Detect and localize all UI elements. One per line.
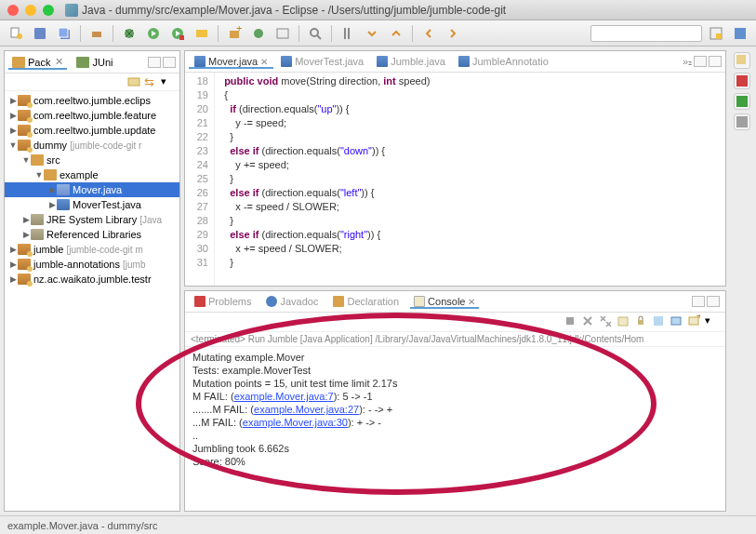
editor-tab-jumble[interactable]: Jumble.java — [371, 54, 451, 69]
java-perspective-button[interactable] — [730, 24, 750, 43]
save-button[interactable] — [30, 24, 50, 43]
junit-icon — [76, 57, 89, 68]
tree-item-movertest-java[interactable]: ▶MoverTest.java — [5, 197, 179, 212]
tab-problems[interactable]: Problems — [191, 294, 255, 309]
maximize-editor-button[interactable] — [709, 56, 722, 67]
tab-label: Javadoc — [280, 296, 318, 307]
scroll-lock-button[interactable] — [634, 314, 649, 329]
coverage-button[interactable] — [192, 24, 212, 43]
tree-item-project[interactable]: ▶com.reeltwo.jumble.eclips — [5, 93, 179, 108]
close-icon[interactable]: ✕ — [260, 57, 268, 67]
tab-package-explorer[interactable]: Pack✕ — [8, 54, 67, 70]
tab-label: Declaration — [347, 296, 399, 307]
new-button[interactable] — [6, 24, 26, 43]
run-button[interactable] — [143, 24, 164, 43]
prev-annotation-button[interactable] — [386, 24, 406, 43]
trim-button[interactable] — [734, 93, 750, 110]
tab-declaration[interactable]: Declaration — [329, 294, 403, 309]
tree-item-src[interactable]: ▼src — [5, 153, 179, 167]
svg-rect-5 — [92, 32, 101, 37]
editor-tab-movertest[interactable]: MoverTest.java — [275, 54, 369, 69]
source-link[interactable]: example.Mover.java:27 — [254, 404, 359, 415]
package-tree[interactable]: ▶com.reeltwo.jumble.eclips ▶com.reeltwo.… — [5, 91, 179, 511]
new-class-button[interactable] — [248, 24, 269, 43]
tab-label: Console — [428, 296, 465, 307]
tree-item-project[interactable]: ▶com.reeltwo.jumble.update — [5, 123, 179, 138]
tab-console[interactable]: Console✕ — [410, 294, 479, 309]
source-link[interactable]: example.Mover.java:7 — [234, 391, 334, 402]
svg-rect-20 — [716, 33, 722, 39]
minimize-editor-button[interactable] — [694, 56, 707, 67]
svg-rect-18 — [348, 28, 350, 39]
link-editor-button[interactable]: ⇆ — [144, 75, 157, 88]
trim-button[interactable] — [734, 113, 750, 130]
pin-console-button[interactable] — [652, 314, 667, 329]
code-editor[interactable]: 1819202122232425262728293031 public void… — [185, 73, 725, 286]
toggle-mark-button[interactable] — [338, 24, 358, 43]
svg-rect-22 — [128, 78, 139, 86]
svg-rect-26 — [638, 320, 643, 325]
svg-rect-17 — [344, 28, 346, 39]
clear-console-button[interactable] — [617, 314, 631, 329]
tree-item-project-dummy[interactable]: ▼dummy [jumble-code-git r — [5, 138, 179, 153]
tree-item-project[interactable]: ▶com.reeltwo.jumble.feature — [5, 108, 179, 123]
zoom-icon[interactable] — [43, 5, 54, 16]
remove-launch-button[interactable] — [581, 314, 596, 329]
view-menu-button[interactable]: ▾ — [161, 75, 174, 88]
main-toolbar: + — [0, 20, 756, 47]
java-file-icon — [458, 56, 470, 67]
console-output[interactable]: Mutating example.MoverTests: example.Mov… — [185, 347, 725, 511]
code-content[interactable]: public void move(String direction, int s… — [215, 73, 725, 286]
more-tabs-button[interactable]: »₂ — [683, 56, 692, 68]
terminate-button[interactable] — [564, 314, 578, 329]
tree-item-jre[interactable]: ▶JRE System Library [Java — [5, 212, 179, 227]
tree-item-package-example[interactable]: ▼example — [5, 167, 179, 182]
close-icon[interactable]: ✕ — [55, 56, 63, 68]
new-package-button[interactable]: + — [224, 24, 245, 43]
quick-access-input[interactable] — [590, 25, 702, 42]
debug-button[interactable] — [119, 24, 139, 43]
minimize-icon[interactable] — [25, 5, 36, 16]
tab-label: JumbleAnnotatio — [472, 56, 549, 67]
open-perspective-button[interactable] — [706, 24, 726, 43]
minimize-view-button[interactable] — [148, 57, 161, 68]
window-title: Java - dummy/src/example/Mover.java - Ec… — [82, 4, 506, 17]
package-explorer-view: Pack✕ JUni ⇆ ▾ ▶com.reeltwo.jumble.eclip… — [4, 50, 180, 512]
console-menu-button[interactable]: ▾ — [705, 314, 720, 329]
forward-button[interactable] — [443, 24, 463, 43]
maximize-view-button[interactable] — [707, 296, 720, 307]
problems-icon — [194, 296, 206, 307]
minimize-view-button[interactable] — [692, 296, 705, 307]
editor-tab-jumbleannotation[interactable]: JumbleAnnotatio — [453, 54, 554, 69]
build-button[interactable] — [86, 24, 107, 43]
open-console-button[interactable]: + — [687, 314, 702, 329]
remove-all-button[interactable] — [599, 314, 614, 329]
display-console-button[interactable] — [670, 314, 684, 329]
editor-tab-mover[interactable]: Mover.java✕ — [189, 54, 273, 69]
tree-item-ref-libs[interactable]: ▶Referenced Libraries — [5, 227, 179, 242]
open-type-button[interactable] — [272, 24, 293, 43]
run-last-button[interactable] — [167, 24, 188, 43]
tree-item-project[interactable]: ▶jumble [jumble-code-git m — [5, 242, 179, 257]
next-annotation-button[interactable] — [362, 24, 382, 43]
search-button[interactable] — [305, 24, 325, 43]
collapse-all-button[interactable] — [127, 75, 140, 88]
statusbar: example.Mover.java - dummy/src — [0, 515, 756, 534]
tab-junit[interactable]: JUni — [73, 55, 116, 70]
save-all-button[interactable] — [54, 24, 74, 43]
right-trim-bar — [730, 50, 754, 130]
back-button[interactable] — [418, 24, 439, 43]
tab-javadoc[interactable]: Javadoc — [262, 294, 322, 309]
maximize-view-button[interactable] — [163, 57, 176, 68]
close-icon[interactable]: ✕ — [468, 297, 475, 307]
tree-item-project[interactable]: ▶jumble-annotations [jumb — [5, 257, 179, 272]
trim-button[interactable] — [734, 73, 750, 89]
close-icon[interactable] — [7, 5, 19, 16]
source-link[interactable]: example.Mover.java:30 — [243, 417, 348, 428]
bottom-panel: Problems Javadoc Declaration Console✕ + … — [184, 290, 726, 512]
tree-item-project[interactable]: ▶nz.ac.waikato.jumble.testr — [5, 272, 179, 287]
outline-view-button[interactable] — [734, 52, 750, 69]
tree-item-mover-java[interactable]: ▶Mover.java — [5, 182, 179, 197]
package-icon — [12, 57, 25, 68]
java-file-icon — [377, 56, 388, 67]
